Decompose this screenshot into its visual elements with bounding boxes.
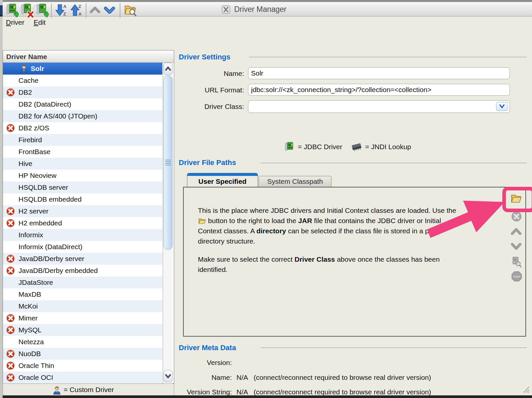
url-format-input[interactable] xyxy=(248,84,510,96)
driver-list-item[interactable]: NuoDB xyxy=(3,348,162,360)
driver-list-header[interactable]: Driver Name xyxy=(3,50,174,63)
driver-list-item[interactable]: Netezza xyxy=(3,336,162,348)
driver-list-item[interactable]: Cache xyxy=(3,75,162,86)
custom-driver-icon xyxy=(19,64,29,73)
driver-list-item[interactable]: DB2 (DataDirect) xyxy=(3,98,162,110)
tab-system-classpath[interactable]: System Classpath xyxy=(259,176,331,187)
tab-system-classpath-label: System Classpath xyxy=(259,178,331,185)
driver-list-item[interactable]: DB2 z/OS xyxy=(3,122,162,134)
jndi-lookup-icon xyxy=(351,143,362,152)
move-up-button[interactable] xyxy=(89,3,102,18)
background-window-strip xyxy=(0,0,3,398)
driver-list-item[interactable]: HP Neoview xyxy=(3,170,162,182)
driver-list-item[interactable]: DB2 xyxy=(3,86,162,98)
driver-class-label: Driver Class: xyxy=(178,103,244,111)
driver-name-label: NuoDB xyxy=(18,350,41,358)
error-icon xyxy=(6,207,15,216)
find-driver-class-button[interactable] xyxy=(512,256,522,267)
background-window-fragment xyxy=(0,5,3,15)
error-icon xyxy=(6,373,15,382)
error-icon xyxy=(6,314,15,323)
no-icon xyxy=(6,100,15,109)
driver-name-label: Informix (DataDirect) xyxy=(18,243,82,251)
annotation-highlight-box xyxy=(502,187,532,212)
driver-list-item[interactable]: Hive xyxy=(3,158,162,170)
driver-list-item[interactable]: Informix (DataDirect) xyxy=(3,241,162,253)
name-label: Name: xyxy=(178,70,244,78)
active-tab-accent xyxy=(187,173,258,176)
no-icon xyxy=(6,171,15,180)
driver-list-item[interactable]: McKoi xyxy=(3,300,162,312)
menu-bar xyxy=(3,17,532,28)
driver-class-dropdown-button[interactable] xyxy=(496,102,508,111)
annotation-arrow xyxy=(422,185,515,244)
driver-name-label: DB2 xyxy=(18,88,32,96)
move-down-button[interactable] xyxy=(104,3,117,18)
driver-list-item[interactable]: H2 server xyxy=(3,205,162,217)
x11-app-icon xyxy=(222,5,230,14)
driver-list-item[interactable]: FrontBase xyxy=(3,146,162,158)
driver-list-item[interactable]: H2 embedded xyxy=(3,217,162,229)
stop-button[interactable]: STOP xyxy=(511,271,522,282)
driver-list-item[interactable]: JDataStore xyxy=(3,277,162,288)
scrollbar-grip xyxy=(165,161,171,162)
no-icon xyxy=(6,195,15,204)
driver-class-combobox[interactable] xyxy=(248,100,510,113)
copy-driver-button[interactable] xyxy=(36,3,49,18)
section-rule xyxy=(249,57,527,57)
driver-list-item[interactable]: Mimer xyxy=(3,312,162,324)
menu-edit[interactable]: Edit xyxy=(32,18,47,27)
driver-name-label: DB2 z/OS xyxy=(18,124,49,132)
driver-list-item[interactable]: DB2 for AS/400 (JTOpen) xyxy=(3,110,162,122)
scroll-up-button[interactable] xyxy=(164,63,172,75)
tab-user-specified[interactable]: User Specified xyxy=(187,173,258,187)
jdbc-driver-icon xyxy=(285,141,295,152)
add-driver-button[interactable] xyxy=(6,3,19,18)
driver-list-item[interactable]: MaxDB xyxy=(3,288,162,300)
remove-driver-button[interactable] xyxy=(20,3,34,18)
driver-list-item[interactable]: Oracle Thin xyxy=(3,360,162,372)
svg-text:A: A xyxy=(63,4,67,9)
driver-list-item[interactable]: JavaDB/Derby embedded xyxy=(3,265,162,277)
scrollbar-thumb[interactable] xyxy=(164,76,172,250)
driver-name-label: Netezza xyxy=(18,338,44,346)
driver-list-item[interactable]: Informix xyxy=(3,229,162,241)
driver-name-label: FrontBase xyxy=(18,148,50,156)
driver-name-label: DB2 for AS/400 (JTOpen) xyxy=(18,112,97,120)
driver-list-item[interactable]: Oracle OCI xyxy=(3,372,162,383)
svg-text:A: A xyxy=(78,12,82,17)
no-icon xyxy=(6,230,15,240)
error-icon xyxy=(6,254,15,263)
driver-list-item[interactable]: MySQL xyxy=(3,324,162,336)
driver-list-item[interactable]: JavaDB/Derby server xyxy=(3,253,162,265)
no-icon xyxy=(6,242,15,251)
custom-driver-legend-label: = Custom Driver xyxy=(64,386,114,394)
toolbar-separator xyxy=(86,3,86,18)
custom-driver-legend: = Custom Driver xyxy=(3,383,174,396)
find-driver-files-button[interactable] xyxy=(123,3,137,18)
jndi-lookup-legend-label: = JNDI Lookup xyxy=(365,143,411,151)
sort-descending-button[interactable]: Z A xyxy=(70,3,83,18)
driver-name-label: Hive xyxy=(18,160,32,168)
name-input[interactable] xyxy=(248,67,510,79)
driver-list-item[interactable]: HSQLDB embedded xyxy=(3,193,162,205)
no-icon xyxy=(6,147,15,156)
driver-list-item[interactable]: HSQLDB server xyxy=(3,182,162,193)
driver-list-item[interactable]: Solr xyxy=(3,63,162,75)
driver-name-label: Cache xyxy=(18,77,39,84)
scrollbar-grip xyxy=(165,165,171,165)
driver-name-label: Mimer xyxy=(18,314,38,322)
sort-ascending-button[interactable]: A Z xyxy=(55,3,68,18)
resize-grip[interactable] xyxy=(522,385,530,394)
svg-text:Z: Z xyxy=(63,12,66,17)
error-icon xyxy=(6,325,15,335)
driver-name-label: Firebird xyxy=(18,136,42,144)
error-icon xyxy=(6,123,15,133)
driver-list-item[interactable]: Firebird xyxy=(3,134,162,146)
meta-version-string-note: (connect/reconnect required to browse re… xyxy=(254,388,431,396)
driver-name-label: JavaDB/Derby embedded xyxy=(18,267,98,275)
driver-name-label: HP Neoview xyxy=(18,172,56,180)
svg-text:STOP: STOP xyxy=(513,275,520,278)
menu-driver[interactable]: Driver xyxy=(5,18,26,27)
driver-name-label: McKoi xyxy=(18,302,38,310)
